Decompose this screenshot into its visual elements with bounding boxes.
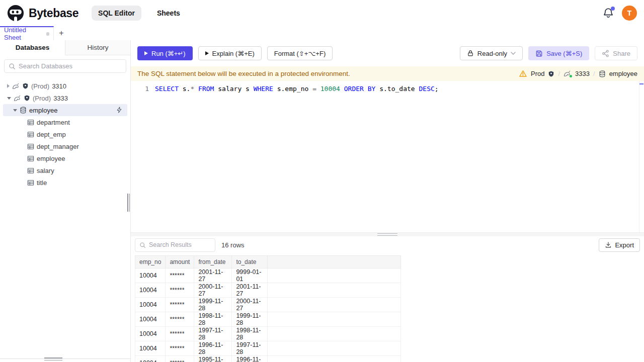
tree-table-salary[interactable]: salary [3, 164, 127, 176]
table-name: salary [37, 167, 54, 174]
run-button[interactable]: Run (⌘+↵) [137, 46, 193, 60]
cell[interactable]: 1999-11-28 [194, 298, 232, 312]
readonly-mode-select[interactable]: Read-only [460, 46, 523, 60]
instance-name: 3333 [53, 95, 68, 102]
breadcrumb-separator: / [558, 70, 560, 77]
sql-token: s. [183, 85, 191, 93]
sql-editor[interactable]: 1 SELECT s.* FROM salary s WHERE s.emp_n… [131, 81, 644, 232]
column-header-emp-no[interactable]: emp_no [135, 256, 166, 268]
cell[interactable]: ****** [166, 298, 194, 312]
sql-token: WHERE [254, 85, 277, 93]
tree-database-employee[interactable]: employee [3, 104, 127, 116]
user-avatar[interactable]: T [622, 6, 637, 21]
cell[interactable]: 2001-11-27 [232, 283, 268, 298]
column-header-to-date[interactable]: to_date [232, 256, 268, 268]
cell-filler [268, 341, 401, 356]
cell[interactable]: 1996-11-28 [194, 341, 232, 356]
panel-divider[interactable] [131, 232, 644, 236]
search-databases-input[interactable] [19, 62, 122, 70]
tab-databases[interactable]: Databases [0, 40, 65, 55]
breadcrumb-instance: 3333 [575, 70, 590, 77]
cell[interactable]: 2000-11-27 [232, 298, 268, 312]
column-header-from-date[interactable]: from_date [194, 256, 232, 268]
caret-right-icon[interactable] [7, 84, 10, 88]
bytebase-logo-icon[interactable] [7, 5, 24, 22]
tree-table-dept-manager[interactable]: dept_manager [3, 140, 127, 152]
table-row[interactable]: 10004 ****** 2000-11-27 2001-11-27 [135, 283, 401, 298]
cell[interactable]: 9999-01-01 [232, 268, 268, 283]
tree-table-title[interactable]: title [3, 176, 127, 189]
cell[interactable]: ****** [166, 268, 194, 283]
cell[interactable]: 1998-11-28 [194, 312, 232, 327]
save-button[interactable]: Save (⌘+S) [528, 46, 589, 60]
cell[interactable]: 10004 [135, 356, 166, 362]
cell[interactable]: 10004 [135, 298, 166, 312]
protected-env-banner: The SQL statement below will be executed… [131, 66, 644, 81]
save-icon [535, 50, 543, 57]
cell[interactable]: 10004 [135, 268, 166, 283]
tree-table-department[interactable]: department [3, 116, 127, 128]
cell[interactable]: 10004 [135, 283, 166, 298]
nav-sheets[interactable]: Sheets [150, 6, 187, 21]
table-name: dept_manager [37, 143, 79, 150]
tab-untitled-sheet[interactable]: Untitled Sheet [0, 26, 54, 40]
cell[interactable]: 1996-11-28 [232, 356, 268, 362]
table-row[interactable]: 10004 ****** 2001-11-27 9999-01-01 [135, 268, 401, 283]
tree-table-employee[interactable]: employee [3, 152, 127, 164]
cell[interactable]: 1999-11-28 [232, 312, 268, 327]
caret-down-icon[interactable] [7, 97, 11, 100]
tree-table-dept-emp[interactable]: dept_emp [3, 128, 127, 140]
main-panel: Run (⌘+↵) Explain (⌘+E) Format (⇧+⌥+F) R… [131, 40, 644, 362]
nav-sql-editor[interactable]: SQL Editor [92, 6, 141, 21]
tree-instance-3310[interactable]: (Prod) 3310 [3, 80, 127, 92]
search-results-input[interactable] [149, 241, 211, 248]
flash-icon[interactable] [116, 106, 123, 114]
editor-toolbar: Run (⌘+↵) Explain (⌘+E) Format (⇧+⌥+F) R… [131, 40, 644, 66]
cell[interactable]: ****** [166, 312, 194, 327]
table-row[interactable]: 10004 ****** 1996-11-28 1997-11-28 [135, 341, 401, 356]
share-button[interactable]: Share [595, 46, 637, 60]
cell[interactable]: ****** [166, 341, 194, 356]
tree-instance-3333[interactable]: (Prod) 3333 [3, 92, 127, 104]
cell[interactable]: 2000-11-27 [194, 283, 232, 298]
cell[interactable]: ****** [166, 356, 194, 362]
breadcrumb-database: employee [609, 70, 637, 77]
cell[interactable]: 1997-11-28 [194, 327, 232, 341]
overview-ruler-mark [639, 83, 643, 84]
editor-overview-ruler[interactable] [639, 81, 639, 232]
sidebar-bottom-resize-handle[interactable] [44, 357, 62, 360]
table-row[interactable]: 10004 ****** 1999-11-28 2000-11-27 [135, 298, 401, 312]
brand-name[interactable]: Bytebase [29, 7, 78, 20]
database-search [4, 59, 126, 73]
tab-history[interactable]: History [65, 40, 130, 55]
cell[interactable]: 1997-11-28 [232, 341, 268, 356]
export-button[interactable]: Export [599, 238, 640, 252]
table-row[interactable]: 10004 ****** 1997-11-28 1998-11-28 [135, 327, 401, 341]
cell[interactable]: 1995-11-29 [194, 356, 232, 362]
instance-name: 3310 [52, 82, 66, 90]
format-button[interactable]: Format (⇧+⌥+F) [267, 46, 333, 60]
cell-filler [268, 327, 401, 341]
cell[interactable]: ****** [166, 327, 194, 341]
cell[interactable]: 10004 [135, 341, 166, 356]
results-search [135, 238, 215, 252]
table-icon [27, 155, 34, 162]
notifications-button[interactable] [603, 8, 614, 19]
column-header-amount[interactable]: amount [166, 256, 194, 268]
explain-button[interactable]: Explain (⌘+E) [198, 46, 262, 60]
caret-down-icon[interactable] [13, 109, 17, 112]
sidebar: Databases History (Prod) [0, 40, 131, 362]
sidebar-resize-handle[interactable] [127, 194, 130, 212]
table-row[interactable]: 10004 ****** 1995-11-29 1996-11-28 [135, 356, 401, 362]
cell[interactable]: 10004 [135, 327, 166, 341]
cell[interactable]: 1998-11-28 [232, 327, 268, 341]
cell[interactable]: ****** [166, 283, 194, 298]
sql-statement[interactable]: SELECT s.* FROM salary s WHERE s.emp_no … [149, 84, 439, 94]
cell[interactable]: 2001-11-27 [194, 268, 232, 283]
save-label: Save (⌘+S) [546, 50, 582, 57]
new-sheet-button[interactable]: + [54, 26, 69, 40]
results-table: emp_no amount from_date to_date 10004 **… [135, 255, 401, 362]
panel-resize-handle[interactable] [377, 233, 397, 236]
table-row[interactable]: 10004 ****** 1998-11-28 1999-11-28 [135, 312, 401, 327]
cell[interactable]: 10004 [135, 312, 166, 327]
